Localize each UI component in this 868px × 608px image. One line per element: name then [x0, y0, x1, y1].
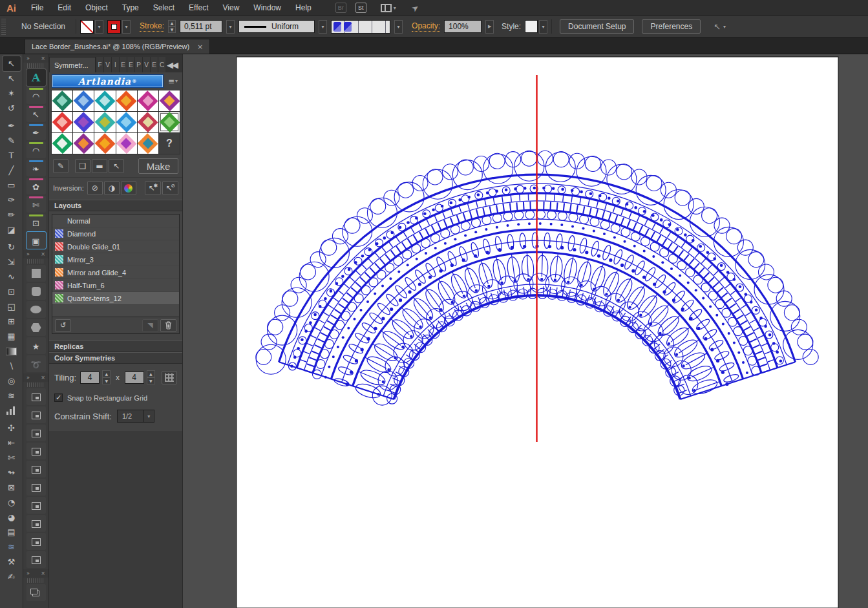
expand-dock-icon[interactable]: »	[26, 252, 30, 257]
gradient-tool[interactable]	[3, 344, 21, 359]
export-layout-button[interactable]: ◥	[142, 319, 158, 332]
menu-window[interactable]: Window	[246, 3, 288, 12]
stepper-up-icon[interactable]: ▲	[147, 370, 155, 377]
swatch-green-pinwheel[interactable]	[52, 133, 72, 154]
eyedropper-tool[interactable]: ∖	[3, 359, 21, 373]
swatch-blue-purple-diamonds[interactable]	[73, 112, 94, 132]
arc-point-tool[interactable]: ◠	[26, 142, 46, 158]
layout-half-turn-6[interactable]: Half-Turn_6	[52, 279, 179, 292]
menu-file[interactable]: File	[24, 3, 50, 12]
arc-pointer-tool[interactable]: ◕	[3, 510, 21, 525]
stroke-color-swatch[interactable]	[107, 20, 121, 34]
tab-symmetryworks[interactable]: Symmetr...	[49, 57, 96, 72]
rectangle-tool[interactable]: ▭	[3, 178, 21, 193]
swatch-olive-diamond[interactable]	[94, 112, 115, 132]
swatch-blue-pinwheel[interactable]	[116, 112, 137, 132]
layout-mirror-and-glide-4[interactable]: Mirror and Glide_4	[52, 266, 179, 279]
eraser-tool[interactable]: ◪	[3, 222, 21, 237]
pattern-cursor-tool[interactable]: ↖	[26, 105, 46, 122]
swatch-red-spirals[interactable]	[52, 112, 72, 132]
brush-definition-select[interactable]	[331, 20, 390, 34]
close-dock-icon[interactable]: ×	[41, 375, 45, 381]
dock-grip-handle[interactable]	[27, 383, 45, 387]
collapsed-tab-1[interactable]: F	[96, 57, 103, 72]
collapsed-tab-8[interactable]: E	[150, 57, 158, 72]
needle-tool[interactable]: ✒	[26, 123, 46, 140]
tiling-x-input[interactable]: 4	[80, 372, 100, 384]
stock-button[interactable]: St	[355, 3, 366, 13]
swatch-orange-zigzag[interactable]	[116, 90, 137, 111]
arc-pen-tool[interactable]: ◠	[26, 87, 46, 104]
select-art-tool-7[interactable]	[26, 497, 46, 514]
layout-quarter-terns-12[interactable]: Quarter-terns_12	[52, 292, 179, 305]
collapsed-tab-3[interactable]: I	[111, 57, 119, 72]
tiling-y-stepper[interactable]: ▲ ▼	[147, 370, 155, 384]
swatch-teal-diamonds[interactable]	[94, 90, 115, 111]
replicas-header[interactable]: Replicas	[49, 341, 182, 352]
make-button[interactable]: Make	[138, 158, 178, 174]
hammer-tool[interactable]: ⚒	[3, 554, 21, 569]
collapsed-tab-6[interactable]: P	[134, 57, 142, 72]
scale-tool[interactable]: ⇲	[3, 255, 21, 269]
expand-dock-icon[interactable]: »	[26, 571, 30, 576]
stroke-dropdown-button[interactable]: ▾	[122, 20, 131, 34]
inversion-none-button[interactable]: ⊘	[87, 181, 103, 195]
knife-tool[interactable]: ✄	[3, 450, 21, 465]
gpu-performance-button[interactable]: ➤	[412, 2, 419, 14]
stepper-down-icon[interactable]: ▼	[102, 377, 111, 384]
swatch-orange-sun[interactable]	[94, 133, 115, 154]
arrow-mode-button[interactable]: ↖	[109, 159, 124, 173]
perspective-grid-tool[interactable]: ⊞	[3, 314, 21, 329]
stroke-profile-dropdown[interactable]: ▾	[319, 20, 327, 34]
stroke-weight-dropdown[interactable]: ▾	[226, 20, 235, 34]
square-shape-tool[interactable]	[26, 265, 46, 282]
ellipse-shape-tool[interactable]	[26, 301, 46, 318]
hexagon-shape-tool[interactable]	[26, 319, 46, 336]
slice-tool[interactable]: ⇤	[3, 435, 21, 450]
inversion-half-button[interactable]: ◑	[104, 181, 120, 195]
stroke-weight-label[interactable]: Stroke:	[140, 21, 164, 32]
paintbrush-tool[interactable]: ✑	[3, 193, 21, 207]
tiling-x-stepper[interactable]: ▲ ▼	[102, 370, 111, 384]
canvas-area[interactable]	[183, 54, 868, 608]
expand-dock-icon[interactable]: »	[26, 56, 30, 61]
shape-builder-tool[interactable]: ◱	[3, 299, 21, 314]
tiling-grid-button[interactable]	[162, 371, 177, 384]
menu-object[interactable]: Object	[78, 3, 115, 12]
color-symmetries-header[interactable]: Color Symmetries	[49, 352, 182, 364]
menu-edit[interactable]: Edit	[50, 3, 78, 12]
opacity-expand-button[interactable]: ▶	[485, 20, 494, 34]
bounding-box-tool[interactable]: ⊡	[26, 214, 46, 231]
layout-diamond[interactable]: Diamond	[52, 227, 179, 240]
layout-double-glide-01[interactable]: Double Glide_01	[52, 240, 179, 253]
menu-type[interactable]: Type	[115, 3, 146, 12]
expand-dock-icon[interactable]: »	[26, 375, 30, 381]
panel-menu-button[interactable]: ≡ ▾	[166, 77, 180, 86]
swatch-green-knot[interactable]	[159, 112, 180, 132]
butterfly-tool[interactable]: ✿	[26, 178, 46, 194]
fill-color-swatch[interactable]	[80, 20, 94, 34]
swatch-blue-waves[interactable]	[73, 90, 94, 111]
control-bar-grip[interactable]	[1, 18, 6, 35]
frame-tool[interactable]: ▣	[26, 232, 46, 249]
measure-tool[interactable]: ▤	[3, 525, 21, 540]
select-art-tool-6[interactable]	[26, 479, 46, 496]
mesh-tool[interactable]: ▦	[3, 329, 21, 344]
rotate-tool[interactable]: ↻	[3, 240, 21, 255]
document-setup-button[interactable]: Document Setup	[560, 19, 634, 34]
arcs-tool[interactable]: ≋	[3, 540, 21, 554]
style-dropdown[interactable]: ▾	[539, 20, 547, 34]
close-dock-icon[interactable]: ×	[41, 56, 45, 61]
pen-tool[interactable]: ✒	[3, 118, 21, 133]
select-art-tool-5[interactable]	[26, 461, 46, 477]
stroke-profile-select[interactable]: Uniform	[238, 20, 315, 33]
shapes-mode-button[interactable]: ❑	[75, 159, 90, 173]
swatch-help[interactable]: ?	[159, 133, 180, 154]
collapse-panel-button[interactable]: ◀◀	[167, 60, 182, 72]
width-tool[interactable]: ∿	[3, 269, 21, 284]
dock-grip-handle[interactable]	[27, 63, 45, 68]
inversion-color-wheel-button[interactable]	[121, 181, 136, 195]
direct-selection-tool[interactable]: ↖	[3, 71, 21, 86]
leaf-tool[interactable]: ❧	[26, 160, 46, 176]
stepper-up-icon[interactable]: ▲	[168, 20, 176, 26]
